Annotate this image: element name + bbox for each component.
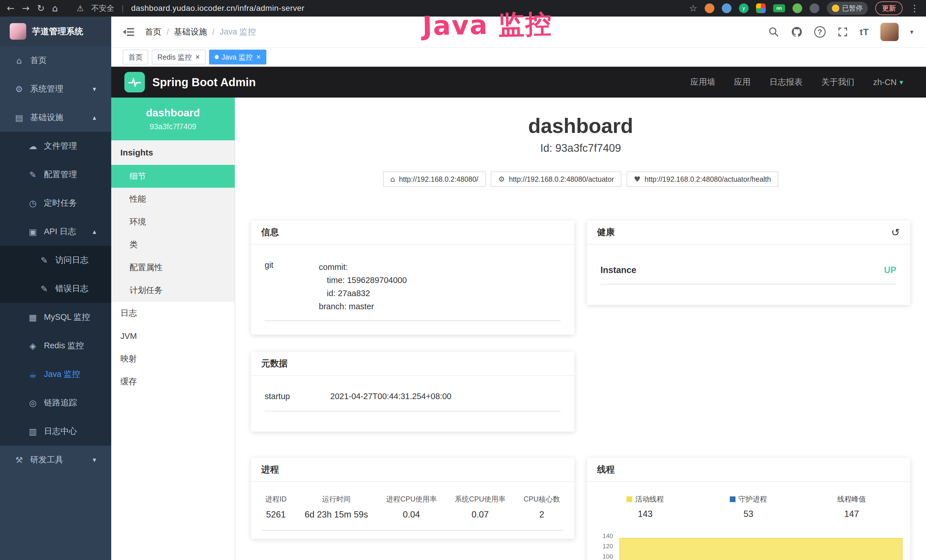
tab-java-monitor[interactable]: Java 监控 × <box>209 50 267 65</box>
chevron-down-icon[interactable]: ▾ <box>910 28 914 36</box>
breadcrumb-item[interactable]: 基础设施 <box>174 26 207 38</box>
card-title: 元数据 <box>261 357 288 369</box>
back-icon[interactable]: ← <box>7 4 15 13</box>
paused-badge[interactable]: 已暂停 <box>827 2 868 15</box>
sidebar-item-dev-tools[interactable]: ⚒ 研发工具 ▾ <box>0 446 111 474</box>
sba-nav-wallboard[interactable]: 应用墙 <box>690 76 715 88</box>
github-icon[interactable] <box>791 26 803 38</box>
info-value-line: branch: master <box>319 300 407 313</box>
extension-icon[interactable] <box>705 3 714 13</box>
breadcrumb-separator: / <box>212 27 215 37</box>
legend-value: 143 <box>594 509 697 519</box>
sba-item-scheduled-tasks[interactable]: 计划任务 <box>111 279 235 302</box>
paused-label: 已暂停 <box>842 4 863 13</box>
instance-title: dashboard <box>235 114 926 138</box>
threads-area-chart: 140 120 100 <box>595 530 905 560</box>
bookmark-star-icon[interactable]: ☆ <box>689 4 697 13</box>
home-icon: ⌂ <box>390 175 395 183</box>
sidebar-item-label: 首页 <box>30 55 47 66</box>
extension-icon[interactable] <box>809 3 819 13</box>
extension-icon[interactable]: y <box>739 3 749 13</box>
sidebar-item-home[interactable]: ⌂ 首页 <box>0 46 111 75</box>
actuator-url-link[interactable]: ⚙ http://192.168.0.2:48080/actuator <box>491 171 622 187</box>
legend-label: 线程峰值 <box>837 494 866 504</box>
sba-item-jvm[interactable]: JVM <box>111 325 235 348</box>
metadata-row: startup 2021-04-27T00:44:31.254+08:00 <box>265 392 561 412</box>
history-icon[interactable]: ↺ <box>891 227 900 238</box>
sba-item-logs[interactable]: 日志 <box>111 302 235 325</box>
health-instance-row: Instance UP <box>601 265 897 285</box>
sidebar-item-api-logs[interactable]: ▣ API 日志 ▴ <box>0 217 111 246</box>
sba-item-classes[interactable]: 类 <box>111 233 235 256</box>
sidebar-item-redis-monitor[interactable]: ◈ Redis 监控 <box>0 331 111 360</box>
font-size-icon[interactable]: tT <box>860 27 869 37</box>
security-label[interactable]: 不安全 <box>91 3 114 14</box>
sidebar-item-label: 错误日志 <box>55 283 88 294</box>
instance-links: ⌂ http://192.168.0.2:48080/ ⚙ http://192… <box>235 171 926 187</box>
tab-home[interactable]: 首页 <box>123 50 148 65</box>
sba-logo-icon[interactable] <box>124 72 145 92</box>
extension-icon[interactable] <box>756 3 766 13</box>
sba-item-details[interactable]: 细节 <box>111 165 235 188</box>
sba-item-metrics[interactable]: 性能 <box>111 188 235 210</box>
sba-app-header[interactable]: dashboard 93a3fc7f7409 <box>111 98 235 140</box>
sidebar-item-scheduled-jobs[interactable]: ◷ 定时任务 <box>0 189 111 217</box>
logo-avatar <box>10 23 26 40</box>
sba-item-environment[interactable]: 环境 <box>111 210 235 233</box>
sba-insights-group: Insights 细节 性能 环境 类 配置属性 计划任务 <box>111 140 235 302</box>
sidebar-item-label: 文件管理 <box>44 140 77 152</box>
sidebar-item-java-monitor[interactable]: ☕ Java 监控 <box>0 360 111 389</box>
help-icon[interactable]: ? <box>814 26 826 38</box>
tab-label: Redis 监控 <box>157 53 192 62</box>
sidebar-item-config-mgmt[interactable]: ✎ 配置管理 <box>0 160 111 189</box>
close-icon[interactable]: × <box>256 53 261 61</box>
sidebar-item-mysql-monitor[interactable]: ▦ MySQL 监控 <box>0 303 111 331</box>
reload-icon[interactable]: ↻ <box>37 4 45 13</box>
extension-icon[interactable] <box>793 3 802 13</box>
tab-redis-monitor[interactable]: Redis 监控 × <box>152 50 206 65</box>
breadcrumb-item[interactable]: 首页 <box>145 26 162 38</box>
service-url-link[interactable]: ⌂ http://192.168.0.2:48080/ <box>383 171 486 187</box>
extension-icon[interactable] <box>722 3 731 13</box>
extension-icon[interactable]: on <box>773 4 785 12</box>
kebab-menu-icon[interactable]: ⋮ <box>910 4 919 13</box>
redis-icon: ◈ <box>26 341 39 351</box>
health-url-link[interactable]: ♥ http://192.168.0.2:48080/actuator/heal… <box>626 171 779 187</box>
process-col-value: 0.07 <box>455 510 505 520</box>
address-bar[interactable]: dashboard.yudao.iocoder.cn/infra/admin-s… <box>131 4 304 13</box>
sidebar-toggle-icon[interactable] <box>122 26 135 38</box>
sba-nav-about[interactable]: 关于我们 <box>822 76 855 88</box>
sidebar-item-system-mgmt[interactable]: ⚙ 系统管理 ▾ <box>0 75 111 103</box>
user-avatar[interactable] <box>881 23 899 41</box>
update-button[interactable]: 更新 <box>875 2 903 15</box>
sidebar-item-tracing[interactable]: ◎ 链路追踪 <box>0 389 111 417</box>
sidebar-item-error-logs[interactable]: ✎ 错误日志 <box>0 274 111 303</box>
info-value-line: commit: <box>319 260 407 274</box>
sba-nav: 应用墙 应用 日志报表 关于我们 zh-CN ▾ <box>690 76 903 88</box>
app-logo-row[interactable]: 芋道管理系统 <box>0 17 111 46</box>
sba-item-config-props[interactable]: 配置属性 <box>111 256 235 279</box>
process-col-header: 进程CPU使用率 <box>386 494 437 504</box>
close-icon[interactable]: × <box>195 53 200 61</box>
sba-item-mappings[interactable]: 映射 <box>111 348 235 370</box>
spring-boot-admin-frame: Spring Boot Admin 应用墙 应用 日志报表 关于我们 zh-CN… <box>111 67 926 560</box>
sidebar-item-access-logs[interactable]: ✎ 访问日志 <box>0 246 111 274</box>
sidebar-item-infrastructure[interactable]: ▤ 基础设施 ▴ <box>0 103 111 132</box>
process-col-header: 运行时间 <box>304 494 368 504</box>
process-table: 进程ID 5261 运行时间 6d 23h 15m 59s <box>262 494 563 531</box>
topbar-actions: ? tT ▾ <box>768 23 914 41</box>
sba-nav-journal[interactable]: 日志报表 <box>769 76 802 88</box>
database-icon: ▦ <box>26 312 39 322</box>
card-title: 信息 <box>261 226 279 238</box>
app-title: 芋道管理系统 <box>32 26 83 37</box>
search-icon[interactable] <box>768 26 779 38</box>
process-col-value: 0.04 <box>386 510 437 520</box>
sidebar-item-file-mgmt[interactable]: ☁ 文件管理 <box>0 132 111 160</box>
forward-icon[interactable]: → <box>22 4 30 13</box>
home-icon[interactable]: ⌂ <box>52 4 57 13</box>
sba-language-select[interactable]: zh-CN ▾ <box>873 77 903 87</box>
sba-nav-applications[interactable]: 应用 <box>734 76 750 88</box>
sidebar-item-log-center[interactable]: ▥ 日志中心 <box>0 417 111 446</box>
fullscreen-icon[interactable] <box>837 26 849 38</box>
sba-item-caches[interactable]: 缓存 <box>111 370 235 393</box>
